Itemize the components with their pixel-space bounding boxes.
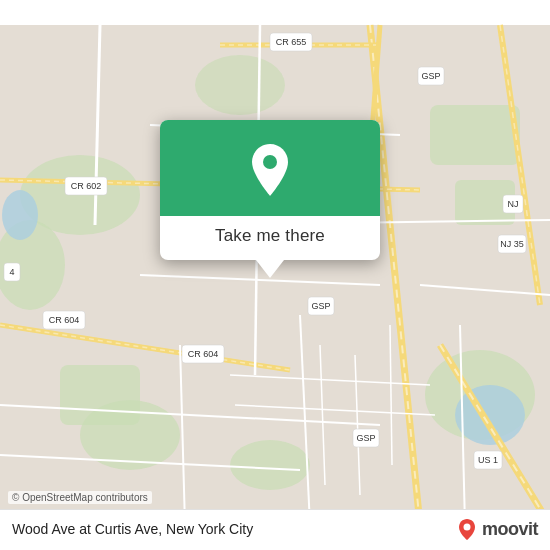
moovit-logo: moovit xyxy=(456,518,538,540)
location-text: Wood Ave at Curtis Ave, New York City xyxy=(12,521,253,537)
popup-card: Take me there xyxy=(160,120,380,260)
svg-text:GSP: GSP xyxy=(356,433,375,443)
svg-text:NJ 35: NJ 35 xyxy=(500,239,524,249)
bottom-bar: Wood Ave at Curtis Ave, New York City mo… xyxy=(0,509,550,550)
popup-green-area xyxy=(160,120,380,216)
svg-point-67 xyxy=(463,524,470,531)
svg-point-11 xyxy=(455,385,525,445)
svg-text:CR 604: CR 604 xyxy=(49,315,80,325)
svg-text:CR 604: CR 604 xyxy=(188,349,219,359)
map-container: CR 655 GSP CR 602 602 NJ NJ 35 CR 604 GS… xyxy=(0,0,550,550)
take-me-there-button[interactable]: Take me there xyxy=(215,226,325,245)
svg-text:CR 602: CR 602 xyxy=(71,181,102,191)
moovit-pin-icon xyxy=(456,518,478,540)
moovit-wordmark: moovit xyxy=(482,519,538,540)
svg-point-12 xyxy=(2,190,38,240)
svg-text:NJ: NJ xyxy=(508,199,519,209)
svg-text:CR 655: CR 655 xyxy=(276,37,307,47)
svg-text:GSP: GSP xyxy=(421,71,440,81)
svg-rect-8 xyxy=(60,365,140,425)
svg-text:4: 4 xyxy=(9,267,14,277)
svg-text:US 1: US 1 xyxy=(478,455,498,465)
svg-point-66 xyxy=(263,155,277,169)
svg-rect-3 xyxy=(430,105,520,165)
location-pin-icon xyxy=(246,142,294,198)
popup-label-area: Take me there xyxy=(160,216,380,260)
svg-point-7 xyxy=(230,440,310,490)
svg-point-10 xyxy=(195,55,285,115)
attribution: © OpenStreetMap contributors xyxy=(8,491,152,504)
svg-text:GSP: GSP xyxy=(311,301,330,311)
